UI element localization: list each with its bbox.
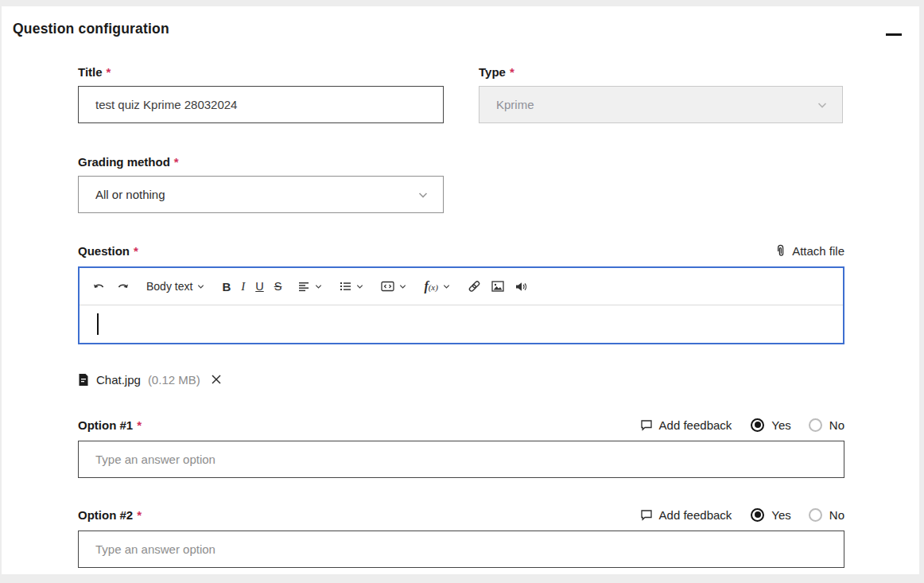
option-2-yes-radio[interactable]: Yes: [751, 508, 790, 522]
title-type-row: Title * Type * Kprime: [78, 64, 844, 123]
question-configuration-panel: Question configuration Title * Type * Kp: [2, 6, 919, 574]
link-icon: [468, 280, 481, 293]
radio-unselected-icon: [809, 418, 822, 432]
option-1-label: Option #1: [78, 418, 133, 432]
required-asterisk: *: [510, 65, 514, 79]
option-2-radio-group: Yes No: [751, 508, 844, 522]
image-icon: [491, 281, 504, 292]
collapse-panel-button[interactable]: [884, 25, 903, 43]
required-asterisk: *: [174, 155, 179, 169]
option-1-yes-radio[interactable]: Yes: [751, 418, 790, 432]
type-label: Type: [479, 65, 506, 79]
type-field-group: Type * Kprime: [479, 64, 843, 123]
required-asterisk: *: [137, 508, 142, 522]
undo-button[interactable]: [92, 280, 106, 293]
no-label: No: [829, 508, 844, 522]
text-style-dropdown[interactable]: Body text: [146, 280, 205, 293]
option-2-controls: Add feedback Yes No: [640, 508, 844, 522]
text-cursor: [97, 313, 99, 335]
code-block-dropdown[interactable]: [381, 281, 407, 292]
required-asterisk: *: [137, 418, 142, 432]
title-label-row: Title *: [78, 64, 444, 80]
type-select-value: Kprime: [496, 98, 534, 111]
question-rich-text-editor[interactable]: Body text B I U S: [78, 266, 844, 344]
option-1-controls: Add feedback Yes No: [640, 418, 844, 432]
yes-label: Yes: [771, 508, 790, 522]
grading-method-value: All or nothing: [95, 188, 165, 201]
text-style-label: Body text: [146, 280, 192, 293]
option-1-group: Option #1 * Add feedback Yes: [78, 416, 844, 478]
page-title: Question configuration: [13, 21, 169, 37]
question-label: Question: [78, 244, 130, 258]
radio-unselected-icon: [809, 508, 822, 522]
bold-button[interactable]: B: [222, 280, 231, 293]
required-asterisk: *: [107, 65, 111, 79]
grading-label-row: Grading method *: [78, 154, 444, 169]
attachment-name: Chat.jpg: [96, 373, 141, 387]
attachment-row: Chat.jpg (0.12 MB): [78, 371, 844, 387]
math-icon: f(x): [424, 279, 438, 293]
option-2-header: Option #2 * Add feedback Yes: [78, 506, 844, 523]
panel-content: Title * Type * Kprime: [2, 43, 919, 568]
option-2-label: Option #2: [78, 508, 133, 522]
option-1-header: Option #1 * Add feedback Yes: [78, 416, 844, 433]
radio-selected-icon: [751, 418, 764, 432]
editor-toolbar: Body text B I U S: [80, 268, 843, 305]
list-dropdown[interactable]: [340, 281, 364, 292]
bullet-list-icon: [340, 281, 351, 292]
radio-selected-icon: [751, 508, 764, 522]
paperclip-icon: [775, 244, 786, 258]
attachment-size: (0.12 MB): [148, 373, 200, 387]
align-dropdown[interactable]: [298, 281, 323, 292]
option-1-no-radio[interactable]: No: [809, 418, 844, 432]
speech-bubble-icon: [640, 419, 653, 431]
minus-icon: [886, 33, 902, 36]
option-1-radio-group: Yes No: [751, 418, 844, 432]
code-block-icon: [381, 281, 394, 292]
option-1-input[interactable]: [78, 441, 844, 478]
option-2-input[interactable]: [78, 531, 844, 568]
audio-button[interactable]: [514, 281, 527, 293]
no-label: No: [829, 418, 844, 432]
required-asterisk: *: [134, 244, 138, 258]
add-feedback-label: Add feedback: [659, 418, 732, 432]
strikethrough-button[interactable]: S: [274, 280, 282, 293]
chevron-down-icon: [417, 189, 429, 201]
attach-file-button[interactable]: Attach file: [775, 244, 844, 258]
question-field-group: Question * Attach file: [78, 242, 844, 344]
grading-method-select[interactable]: All or nothing: [78, 176, 444, 213]
file-icon: [78, 373, 89, 387]
speech-bubble-icon: [640, 509, 653, 521]
panel-header: Question configuration: [2, 6, 919, 43]
image-button[interactable]: [491, 281, 504, 292]
attach-file-label: Attach file: [792, 244, 844, 258]
chevron-down-icon: [816, 99, 829, 111]
audio-icon: [514, 281, 527, 293]
editor-content-area[interactable]: [80, 305, 843, 343]
redo-button[interactable]: [116, 280, 130, 293]
remove-attachment-button[interactable]: [211, 374, 222, 385]
grading-field-group: Grading method * All or nothing: [78, 154, 444, 213]
title-input[interactable]: [78, 86, 444, 123]
grading-method-label: Grading method: [78, 155, 170, 169]
add-feedback-button[interactable]: Add feedback: [640, 418, 732, 432]
italic-button[interactable]: I: [241, 280, 245, 293]
align-icon: [298, 281, 310, 292]
type-label-row: Type *: [479, 64, 843, 80]
title-label: Title: [78, 65, 103, 79]
question-label-row: Question * Attach file: [78, 242, 844, 259]
math-dropdown[interactable]: f(x): [424, 279, 451, 293]
close-icon: [211, 374, 222, 385]
title-field-group: Title *: [78, 64, 444, 123]
add-feedback-button[interactable]: Add feedback: [640, 508, 732, 522]
option-2-group: Option #2 * Add feedback Yes: [78, 506, 844, 568]
option-2-no-radio[interactable]: No: [809, 508, 844, 522]
underline-button[interactable]: U: [255, 280, 263, 293]
link-button[interactable]: [468, 280, 481, 293]
add-feedback-label: Add feedback: [659, 508, 732, 522]
yes-label: Yes: [771, 418, 790, 432]
type-select: Kprime: [479, 86, 843, 123]
